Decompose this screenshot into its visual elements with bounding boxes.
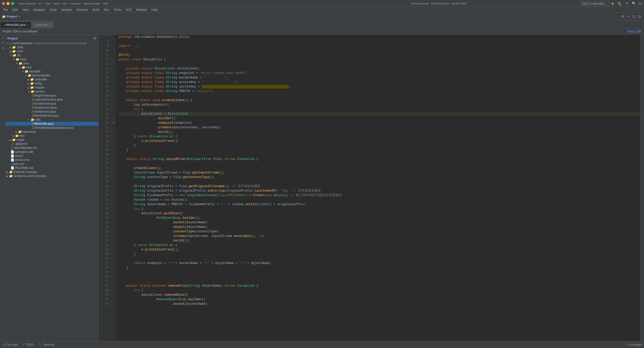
tree-item-mvnw[interactable]: 📄 mvnw (6, 154, 98, 158)
toolbar-gear-icon[interactable]: ⚙ (620, 14, 625, 19)
run-button[interactable]: ▶ (611, 1, 615, 6)
code-line (119, 94, 640, 98)
toolbar-expand-icon[interactable]: ⊡ (631, 14, 636, 19)
folder-icon: 📁 (30, 86, 34, 89)
breadcrumb-part: main (45, 2, 51, 5)
menu-run[interactable]: Run (102, 8, 111, 12)
tab-pom-xml[interactable]: x pom.xml ✕ (31, 21, 53, 28)
tree-item-src[interactable]: ▼ 📁 src (6, 53, 98, 57)
tree-item-service[interactable]: ▼ 📁 service (6, 90, 98, 94)
tree-item-mapper[interactable]: ▶ 📁 mapper (6, 85, 98, 90)
structure-panel-icon[interactable]: S (1, 41, 5, 44)
code-line: package com.example.demomybatis.utils; (119, 35, 640, 39)
menu-navigate[interactable]: Navigate (31, 8, 47, 12)
close-button[interactable] (2, 2, 5, 5)
setup-jdk-button[interactable]: Setup JDK (627, 30, 641, 33)
tree-item-readme[interactable]: 📄 README.md (6, 166, 98, 170)
tree-item-blogservice[interactable]: J BlogService.java (6, 94, 98, 98)
menu-edit[interactable]: Edit (10, 8, 20, 12)
menu-tools[interactable]: Tools (112, 8, 123, 12)
tree-item-com[interactable]: ▼ 📁 com (6, 65, 98, 69)
tab-minioutils-java[interactable]: J MinioUtils.java ✕ (1, 21, 31, 28)
folder-icon: 📁 (9, 174, 13, 178)
settings-icon[interactable]: ⚙ (624, 1, 629, 6)
tree-item-utils[interactable]: ▼ 📁 utils (6, 118, 98, 122)
tree-item-visitservice[interactable]: J VisitService.java (6, 110, 98, 114)
tab-close-icon[interactable]: ✕ (49, 23, 51, 26)
java-file-icon: J (32, 110, 33, 113)
file-tree-gear-icon[interactable]: ⚙ (94, 37, 96, 40)
toolbar-filter-icon[interactable]: ≡ (626, 14, 630, 19)
tree-item-resources[interactable]: ▶ 📁 resources (6, 130, 98, 134)
folder-icon: 📁 (30, 78, 34, 81)
code-editor[interactable]: 7 8 9 10 11 12 13 14 15 16 17 18 19 20 2… (99, 35, 640, 341)
tree-item-main[interactable]: ▼ 📁 main (6, 57, 98, 61)
tree-item-external-libraries[interactable]: ▶ 📁 External Libraries (6, 170, 98, 174)
tree-item-userservice[interactable]: J UserService.java (6, 106, 98, 110)
tree-item-pomxml[interactable]: x pom.xml (6, 162, 98, 166)
tree-item-ip2region[interactable]: 📄 ip2region.xdb (6, 150, 98, 154)
tree-item-entity[interactable]: ▶ 📁 entity (6, 81, 98, 85)
second-toolbar: 📁 Project ▼ ⚙ ≡ ⊡ ⊟ (0, 13, 644, 21)
menu-build[interactable]: Build (91, 8, 101, 12)
code-content[interactable]: package com.example.demomybatis.utils; i… (116, 35, 640, 341)
right-gutter-scrollbar[interactable] (640, 35, 644, 341)
breadcrumb-part: java (54, 2, 59, 5)
tab-bar: J MinioUtils.java ✕ x pom.xml ✕ (0, 21, 644, 28)
generic-file-icon: 📄 (11, 158, 14, 162)
search-everywhere-icon[interactable]: 🔍 (631, 1, 637, 6)
tree-item-iconservice[interactable]: J IconService.java (6, 102, 98, 106)
menu-vcs[interactable]: VCS (124, 8, 134, 12)
expand-arrow-icon: ▶ (10, 139, 12, 141)
project-panel-icon[interactable]: P (1, 37, 5, 39)
tree-item-ache-backend[interactable]: ▼ ◫ ache-backend C:\MyWorkSpace\homework… (6, 41, 98, 45)
tree-item-target[interactable]: ▶ 📁 target (6, 138, 98, 142)
git-bottom-item[interactable]: ⎇ Git main (2, 343, 18, 346)
tree-item-example[interactable]: ▼ 📁 example (6, 69, 98, 73)
menu-help[interactable]: Help (149, 8, 160, 12)
tree-item-java[interactable]: ▼ 📁 java (6, 61, 98, 65)
folder-icon: 📁 (15, 134, 19, 138)
tree-item-demomybatis[interactable]: ▼ 📁 demomybatis (6, 73, 98, 77)
menu-file[interactable]: File (1, 8, 10, 12)
minimize-button[interactable] (7, 2, 10, 5)
tree-item-minioutilsjava[interactable]: J MinioUtils.java (6, 122, 98, 126)
code-line: .endpoint(endpoint) (119, 121, 640, 125)
git-changes-indicator[interactable]: ↑ 5 changes (626, 343, 642, 346)
tree-item-idea[interactable]: ▶ 📁 .idea (6, 45, 98, 49)
add-configuration-button[interactable]: Add Configuration... (580, 1, 609, 6)
tree-item-demomybatisapplication[interactable]: J DemoMybatisApplication.java (6, 126, 98, 130)
tree-item-gitignore[interactable]: ⎇ .gitignore (6, 142, 98, 146)
tree-item-controller[interactable]: ▶ 📁 controller (6, 77, 98, 81)
debug-button[interactable]: 🐛 (617, 1, 623, 6)
tree-item-demomybatisiml[interactable]: ◫ demoMybatis.iml (6, 146, 98, 150)
terminal-bottom-item[interactable]: ⬛ Terminal (38, 343, 54, 346)
toolbar-collapse-icon[interactable]: ⊟ (637, 14, 642, 19)
favorites-panel-icon[interactable]: ★ (1, 46, 5, 50)
code-line: private static MinioClient minioClient; (119, 66, 640, 71)
terminal-icon: ⬛ (38, 343, 42, 346)
menu-analyze[interactable]: Analyze (59, 8, 74, 12)
tree-item-test[interactable]: ▶ 📁 test (6, 134, 98, 138)
menu-code[interactable]: Code (48, 8, 59, 12)
bookmark-gutter-icon: ● (111, 121, 116, 125)
code-line: .builder() (119, 116, 640, 121)
tree-item-scratches[interactable]: ▶ 📁 Scratches and Consoles (6, 174, 98, 178)
code-line: private static final String PREFIX = "di… (119, 89, 640, 94)
expand-arrow-icon: ▶ (10, 50, 12, 53)
tree-item-calendarservice[interactable]: J CalendarService.java (6, 98, 98, 102)
menu-view[interactable]: View (20, 8, 31, 12)
project-label: 📁 Project ▼ (2, 15, 21, 18)
code-line: } (119, 252, 640, 256)
tab-close-icon[interactable]: ✕ (26, 23, 28, 26)
maximize-button[interactable] (11, 2, 14, 5)
tree-item-mvnw-cmd[interactable]: 📄 mvnw.cmd (6, 158, 98, 162)
tree-item-mvn[interactable]: ▶ 📁 .mvn (6, 49, 98, 53)
menu-refactor[interactable]: Refactor (75, 8, 90, 12)
java-file-icon: J (32, 94, 33, 97)
todo-bottom-item[interactable]: ✓ TODO (22, 343, 34, 346)
tree-item-wordsservice[interactable]: J WordsService.java (6, 114, 98, 118)
menu-window[interactable]: Window (134, 8, 149, 12)
code-line: try { (119, 107, 640, 112)
line-numbers: 7 8 9 10 11 12 13 14 15 16 17 18 19 20 2… (99, 35, 111, 341)
